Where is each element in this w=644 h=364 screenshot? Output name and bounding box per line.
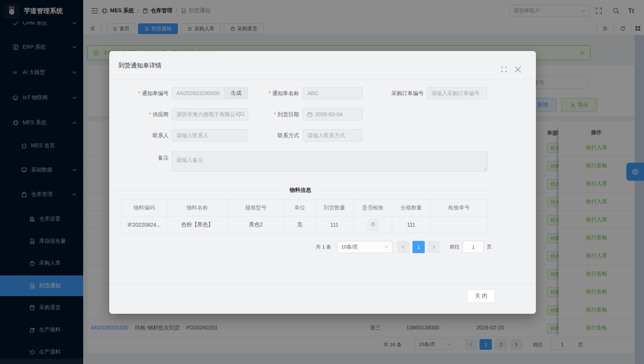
- dialog-header-divider: [109, 80, 536, 80]
- material-col-header: 单位: [284, 200, 315, 216]
- dialog-close-icon[interactable]: [515, 66, 521, 72]
- section-title: 物料信息: [290, 187, 311, 194]
- field-label-remark: 备注: [109, 152, 169, 164]
- page-unit-label: 页: [487, 244, 492, 250]
- arrival-notice-detail-dialog: 到货通知单详情 *通知单编号 AN202603290000 生成 *通知单名称 …: [109, 51, 536, 314]
- notice-no-input-group: AN202603290000 生成: [172, 87, 248, 99]
- next-page-icon[interactable]: [428, 241, 440, 253]
- cell-qualified-qty: 111: [392, 216, 430, 233]
- material-col-header: 物料名称: [167, 200, 228, 216]
- field-label-notice-name: *通知单名称: [240, 87, 299, 99]
- dialog-title: 到货通知单详情: [118, 62, 161, 70]
- inspect-badge: 否: [368, 219, 378, 230]
- supplier-input[interactable]: 深圳市海力德电子有限公司: [172, 108, 248, 120]
- material-row: IF20220824... 色粉【黑色】 黑色2 克 111 否 111: [122, 216, 488, 233]
- required-mark: *: [274, 111, 276, 117]
- required-mark: *: [269, 90, 271, 96]
- prev-page-icon[interactable]: [397, 241, 409, 253]
- field-label-supplier: *供应商: [109, 108, 169, 120]
- chevron-down-icon: [384, 245, 388, 249]
- page-size-value: 10条/页: [341, 244, 358, 250]
- cell-arrival-qty: 111: [315, 216, 354, 233]
- cell-spec: 黑色2: [228, 216, 284, 233]
- cell-material-name: 色粉【黑色】: [167, 216, 228, 233]
- field-label-phone: 联系方式: [240, 129, 299, 142]
- cell-inspect: 否: [354, 216, 392, 233]
- material-section-divider: 物料信息: [113, 186, 488, 194]
- cell-material-code: IF20220824...: [122, 216, 167, 233]
- po-no-input[interactable]: [427, 87, 487, 99]
- date-value: 2026-03-04: [315, 109, 343, 120]
- cell-inspect-no: [430, 216, 488, 233]
- material-col-header: 合格数量: [392, 200, 430, 216]
- material-col-header: 规格型号: [228, 200, 284, 216]
- field-label-date: *到货日期: [240, 108, 299, 120]
- remark-textarea-wrap: [172, 152, 488, 173]
- field-label-notice-no: *通知单编号: [109, 87, 169, 99]
- material-col-header: 是否检验: [354, 200, 392, 216]
- material-col-header: 到货数量: [315, 200, 354, 216]
- material-table: 物料编码 物料名称 规格型号 单位 到货数量 是否检验 合格数量 检验单号 IF…: [121, 199, 488, 233]
- material-pagination: 共 1 条 10条/页 1 前往 1 页: [316, 241, 492, 253]
- notice-name-input[interactable]: ABC: [303, 87, 363, 99]
- po-no-input-wrap: [427, 87, 487, 99]
- date-input[interactable]: 2026-03-04: [303, 108, 363, 120]
- supplier-input-wrap: 深圳市海力德电子有限公司: [172, 108, 248, 120]
- goto-label: 前往: [450, 244, 460, 250]
- phone-input-wrap: [303, 129, 363, 142]
- dialog-footer-divider: [109, 284, 536, 284]
- notice-no-input[interactable]: AN202603290000: [172, 87, 225, 99]
- close-button[interactable]: 关 闭: [467, 289, 495, 303]
- page-number[interactable]: 1: [412, 241, 425, 253]
- total-count: 共 1 条: [316, 244, 331, 250]
- cell-unit: 克: [284, 216, 315, 233]
- remark-textarea[interactable]: [172, 152, 488, 171]
- goto-page-input[interactable]: 1: [463, 241, 484, 253]
- contact-input[interactable]: [172, 129, 248, 142]
- calendar-icon: [307, 112, 312, 117]
- material-col-header: 物料编码: [122, 200, 167, 216]
- page-size-select[interactable]: 10条/页: [337, 241, 393, 253]
- field-label-contact: 联系人: [109, 129, 169, 142]
- resize-handle[interactable]: [483, 168, 486, 171]
- dialog-fullscreen-icon[interactable]: [501, 66, 507, 72]
- phone-input[interactable]: [303, 129, 363, 142]
- field-label-po-no: 采购订单编号: [355, 87, 424, 99]
- contact-input-wrap: [172, 129, 248, 142]
- required-mark: *: [138, 90, 140, 96]
- material-col-header: 检验单号: [430, 200, 488, 216]
- required-mark: *: [149, 111, 151, 117]
